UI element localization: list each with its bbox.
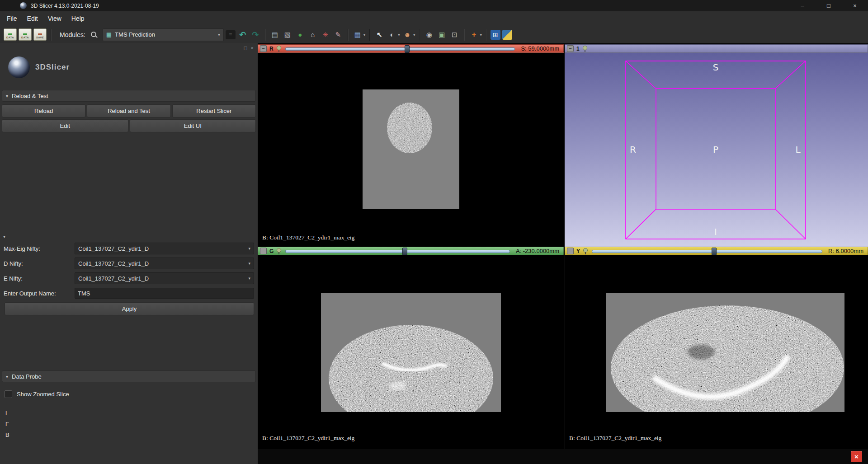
module-back-icon[interactable]: ↶ [237,29,248,41]
green-slice-view[interactable]: B: Coil1_137027_C2_ydir1_max_eig [258,255,564,449]
output-name-label: Enter Output Name: [4,290,75,297]
max-eig-row: Max-Eig Nifty: Coil1_137027_C2_ydir1_D ▾ [4,243,254,254]
axial-slice-image [363,89,459,209]
python-console-icon[interactable] [502,30,512,40]
show-zoomed-slice-checkbox[interactable] [5,390,12,398]
pin-icon[interactable] [276,45,282,52]
edit-ui-button[interactable]: Edit UI [130,119,256,132]
file-icon-label: DATA [21,36,29,39]
yellow-slice-view[interactable]: B: Coil1_137027_C2_ydir1_max_eig [565,255,868,449]
edit-button[interactable]: Edit [2,119,128,132]
reload-test-section-header[interactable]: ▾ Reload & Test [2,90,256,102]
slider-track[interactable] [285,250,510,253]
green-slice-offset-slider[interactable] [284,247,511,255]
threed-view-number: 1 [576,46,580,52]
person-icon[interactable]: ☻ [402,29,413,41]
collapse-view-icon[interactable]: – [260,248,267,254]
chevron-down-icon: ▾ [248,276,250,281]
slicer-logo-text: 3DSlicer [35,63,70,72]
maximize-button[interactable]: □ [816,0,842,11]
reload-and-test-button[interactable]: Reload and Test [87,104,170,117]
module-search-icon[interactable] [90,31,98,39]
menu-help[interactable]: Help [66,13,90,24]
red-view-annotation: B: Coil1_137027_C2_ydir1_max_eig [262,234,354,241]
probe-row-l: L [5,408,258,419]
world-icon[interactable]: ● [295,29,306,41]
save-data-icon[interactable]: SAVE [33,28,47,41]
red-slice-view[interactable]: B: Coil1_137027_C2_ydir1_max_eig [258,53,564,247]
collapse-view-icon[interactable]: – [567,45,574,52]
save-accent [38,33,42,35]
crosshair-icon[interactable]: + [468,29,479,41]
error-log-button[interactable]: × [851,451,862,462]
output-name-input[interactable] [75,288,254,299]
toolbar-separator [51,29,51,41]
chevron-down-icon[interactable]: ▾ [363,33,366,37]
pin-icon[interactable] [582,45,588,52]
axis-label-i: I [714,226,717,237]
volume-cube-icon[interactable]: ▧ [282,29,293,41]
mouse-mode-icon[interactable]: ↖ [374,29,385,41]
scene-views-icon[interactable]: ▤ [269,29,280,41]
e-nifty-select[interactable]: Coil1_137027_C2_ydir1_D ▾ [75,272,254,284]
window-level-icon[interactable]: ◐ [387,29,397,41]
slider-handle[interactable] [712,248,717,255]
d-nifty-select[interactable]: Coil1_137027_C2_ydir1_D ▾ [75,258,254,269]
green-view-letter: G [269,248,274,254]
toolbar-separator [369,29,370,41]
module-forward-icon[interactable]: ↷ [250,29,261,41]
close-button[interactable]: × [842,0,868,11]
red-slice-controller: – R S: 59.0000mm [258,44,564,53]
module-selector[interactable]: ▦ TMS Prediction ▾ [103,28,224,41]
chevron-down-icon[interactable]: ▾ [398,33,400,37]
magic-wand-icon[interactable]: ✎ [333,29,344,41]
close-panel-icon[interactable]: × [251,45,254,51]
load-dicom-icon[interactable]: DATA [19,28,32,41]
atom-icon[interactable]: ✳ [320,29,331,41]
layout-icon[interactable]: ▦ [352,29,363,41]
yellow-slice-offset-slider[interactable] [591,247,823,255]
slicer-logo: 3DSlicer [8,56,258,78]
minimize-button[interactable]: – [789,0,816,11]
slider-track[interactable] [592,250,822,253]
max-eig-select[interactable]: Coil1_137027_C2_ydir1_D ▾ [75,243,254,254]
pin-icon[interactable] [583,248,588,254]
collapse-view-icon[interactable]: – [260,45,267,52]
video-capture-icon[interactable]: ⊡ [449,29,460,41]
scene-capture-icon[interactable]: ▣ [436,29,447,41]
section-collapse-arrow[interactable]: ▾ [3,234,258,239]
collapse-arrow-icon: ▾ [6,374,8,379]
load-data-icon[interactable]: DATA [4,28,17,41]
menu-file[interactable]: File [2,13,22,24]
threed-view[interactable]: S R P L I [565,53,868,247]
file-icon-label: SAVE [36,36,44,39]
extensions-manager-icon[interactable]: ⊞ [491,30,500,40]
slider-track[interactable] [285,47,515,51]
yellow-view-letter: Y [576,248,580,254]
threed-view-controller: – 1 [565,44,868,53]
reload-button[interactable]: Reload [2,104,85,117]
output-name-row: Enter Output Name: [4,287,254,299]
slicer-logo-icon [8,56,30,78]
slider-handle[interactable] [405,45,410,53]
slider-handle[interactable] [402,248,407,255]
screenshot-icon[interactable]: ◉ [424,29,434,41]
home-icon[interactable]: ⌂ [307,29,318,41]
show-zoomed-slice-row: Show Zoomed Slice [5,390,258,398]
menu-view[interactable]: View [43,13,66,24]
restart-slicer-button[interactable]: Restart Slicer [172,104,256,117]
apply-button[interactable]: Apply [5,302,254,315]
red-slice-offset-slider[interactable] [284,45,516,52]
chevron-down-icon[interactable]: ▾ [480,33,482,37]
undock-panel-icon[interactable]: ◻ [243,45,247,51]
data-probe-section-header[interactable]: ▾ Data Probe [2,370,256,382]
window-title: 3D Slicer 4.13.0-2021-08-19 [31,3,99,9]
module-history-icon[interactable]: ≡ [226,30,236,39]
collapse-view-icon[interactable]: – [567,248,574,254]
pin-icon[interactable] [276,248,282,254]
menu-bar: File Edit View Help [0,11,868,26]
module-panel: ◻ × 3DSlicer ▾ Reload & Test Reload Relo… [0,43,258,464]
menu-edit[interactable]: Edit [22,13,43,24]
arrow-accent [8,33,12,35]
chevron-down-icon[interactable]: ▾ [413,33,415,37]
